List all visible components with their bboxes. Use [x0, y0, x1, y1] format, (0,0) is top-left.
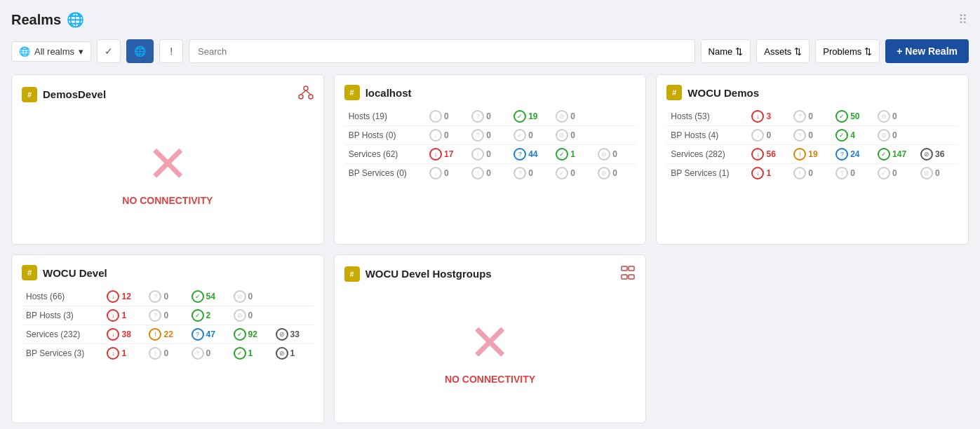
- card-header: # localhost: [344, 85, 636, 100]
- card-title: # WOCU Devel: [22, 265, 107, 280]
- stat-cell: ?0: [467, 126, 509, 145]
- stat-cell: !0: [145, 344, 187, 363]
- realm-selector-label: All realms: [34, 46, 74, 57]
- realm-icon: #: [22, 87, 37, 102]
- realm-card-localhost: # localhost Hosts (19) ↓0 ?0 ✓19 ⊘0 BP H…: [334, 74, 647, 245]
- realm-name: WOCU Devel: [43, 267, 107, 279]
- stat-cell: ⊘0: [551, 126, 593, 145]
- sort-assets-icon: ⇅: [794, 46, 802, 57]
- stat-cell: ?47: [187, 325, 229, 344]
- table-row: Hosts (19) ↓0 ?0 ✓19 ⊘0: [344, 107, 636, 126]
- sort-problems-button[interactable]: Problems ⇅: [815, 39, 880, 63]
- sort-name-button[interactable]: Name ⇅: [701, 39, 751, 63]
- svg-line-3: [301, 90, 306, 95]
- realm-globe-icon: 🌐: [19, 46, 30, 57]
- stat-cell: ↓0: [425, 107, 467, 126]
- stat-cell: ↓0: [747, 126, 789, 145]
- table-row: BP Hosts (3) ↓1 ?0 ✓2 ⊘0: [22, 306, 314, 325]
- sort-assets-button[interactable]: Assets ⇅: [756, 39, 810, 63]
- stat-cell: ⊘36: [916, 145, 958, 164]
- stat-cell: ⊘0: [593, 164, 636, 183]
- stat-cell: ?0: [789, 126, 831, 145]
- hostgroups-icon[interactable]: [620, 265, 636, 282]
- stat-cell: ⊘0: [551, 107, 593, 126]
- no-connectivity-text: NO CONNECTIVITY: [445, 374, 535, 385]
- sort-name-label: Name: [709, 46, 733, 57]
- stat-cell: ?0: [145, 287, 187, 306]
- stat-cell: ⊘0: [229, 287, 271, 306]
- new-realm-label: + New Realm: [897, 46, 958, 57]
- stat-cell: ⊘0: [916, 164, 958, 183]
- table-row: BP Services (3) ↓1 !0 ?0 ✓1 ⊘1: [22, 344, 314, 363]
- table-row: Services (232) ↓38 !22 ?47 ✓92 ⊘33: [22, 325, 314, 344]
- chevron-down-icon: ▾: [79, 46, 83, 57]
- stat-cell: ✓0: [873, 164, 916, 183]
- stat-cell: ⊘0: [873, 126, 916, 145]
- realm-name: WOCU Devel Hostgroups: [365, 268, 492, 280]
- table-row: BP Hosts (0) ↓0 ?0 ✓0 ⊘0: [344, 126, 636, 145]
- row-label: BP Hosts (3): [22, 306, 102, 325]
- stat-cell: ?24: [831, 145, 873, 164]
- toolbar: 🌐 All realms ▾ ✓ 🌐 ! Name ⇅ Assets ⇅ Pro…: [11, 39, 969, 63]
- svg-point-2: [309, 95, 313, 99]
- stat-cell: ↓1: [102, 306, 145, 325]
- stat-cell: ✓147: [873, 145, 916, 164]
- stat-cell: ✓92: [229, 325, 271, 344]
- search-input[interactable]: [189, 39, 695, 63]
- svg-rect-7: [622, 275, 627, 279]
- realm-card-demosdevel: # DemosDevel ✕ NO CONNECTIVITY: [11, 74, 324, 245]
- card-title: # WOCU Demos: [666, 85, 759, 100]
- stat-cell: ↓3: [747, 107, 789, 126]
- row-label: Services (232): [22, 325, 102, 344]
- stat-cell: ?0: [187, 344, 229, 363]
- check-button[interactable]: ✓: [97, 39, 121, 63]
- card-header: # DemosDevel: [22, 85, 314, 104]
- x-icon: ✕: [147, 139, 189, 189]
- row-label: BP Hosts (0): [344, 126, 425, 145]
- stat-cell: ⊘0: [873, 107, 916, 126]
- row-label: Hosts (19): [344, 107, 425, 126]
- page-title: Realms 🌐: [11, 11, 84, 28]
- page-header: Realms 🌐 ⠿: [11, 11, 969, 28]
- realm-icon: #: [344, 266, 360, 282]
- stat-cell: ⊘0: [593, 145, 636, 164]
- table-row: Services (62) ↓17 !0 ?44 ✓1 ⊘0: [344, 145, 636, 164]
- stat-cell: ↓1: [747, 164, 789, 183]
- stat-cell: ↓1: [102, 344, 145, 363]
- stat-cell: ⊘0: [229, 306, 271, 325]
- card-title: # DemosDevel: [22, 87, 106, 102]
- row-label: Services (282): [666, 145, 747, 164]
- realm-name: WOCU Demos: [687, 87, 759, 99]
- svg-point-1: [299, 95, 303, 99]
- globe-button[interactable]: 🌐: [126, 39, 154, 63]
- sort-problems-label: Problems: [823, 46, 861, 57]
- row-label: Hosts (53): [666, 107, 747, 126]
- stat-cell: ✓2: [187, 306, 229, 325]
- table-row: BP Services (0) ↓0 !0 ?0 ✓0 ⊘0: [344, 164, 636, 183]
- card-title: # WOCU Devel Hostgroups: [344, 266, 492, 282]
- page: Realms 🌐 ⠿ 🌐 All realms ▾ ✓ 🌐 ! Name ⇅ A…: [0, 0, 980, 429]
- row-label: BP Services (1): [666, 164, 747, 183]
- exclaim-button[interactable]: !: [159, 39, 183, 63]
- network-icon[interactable]: [298, 85, 314, 104]
- stat-cell: ↓0: [425, 126, 467, 145]
- stat-cell: ?0: [145, 306, 187, 325]
- realm-selector[interactable]: 🌐 All realms ▾: [11, 41, 91, 62]
- row-label: BP Services (0): [344, 164, 425, 183]
- realm-card-wocu-devel-hostgroups: # WOCU Devel Hostgroups ✕ NO CONNECTIVIT…: [334, 254, 647, 423]
- new-realm-button[interactable]: + New Realm: [885, 39, 969, 63]
- row-label: BP Hosts (4): [666, 126, 747, 145]
- realm-icon: #: [22, 265, 37, 280]
- realm-icon: #: [666, 85, 682, 100]
- row-label: Hosts (66): [22, 287, 102, 306]
- stat-cell: ?44: [509, 145, 551, 164]
- stat-cell: ↓12: [102, 287, 145, 306]
- table-row: Hosts (66) ↓12 ?0 ✓54 ⊘0: [22, 287, 314, 306]
- stat-cell: ?0: [789, 107, 831, 126]
- stat-cell: ?0: [831, 164, 873, 183]
- menu-dots-icon[interactable]: ⠿: [958, 12, 969, 27]
- svg-rect-6: [629, 266, 634, 271]
- stat-cell: !0: [789, 164, 831, 183]
- sort-assets-label: Assets: [764, 46, 791, 57]
- stat-cell: ✓0: [551, 164, 593, 183]
